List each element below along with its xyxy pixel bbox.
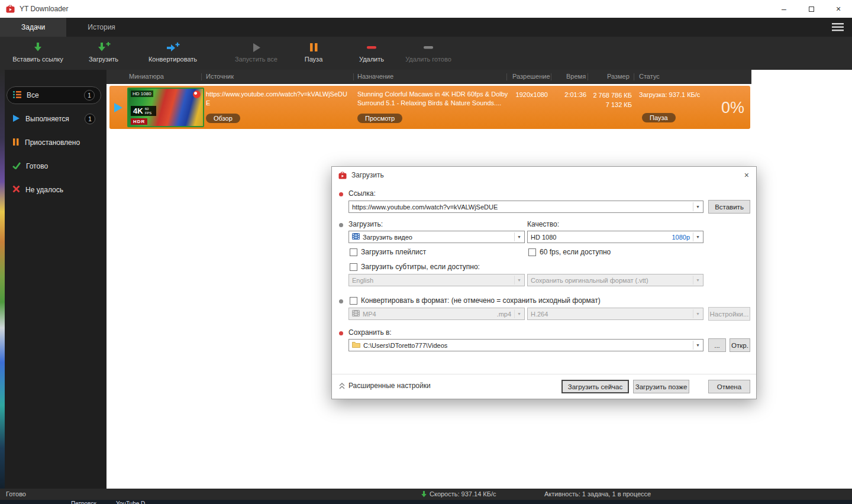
browse-source-button[interactable]: Обзор	[206, 114, 240, 123]
dialog-title: Загрузить	[351, 171, 384, 179]
download-icon	[97, 41, 111, 53]
hd-badge: HD 1080	[131, 91, 153, 97]
chevron-down-icon[interactable]: ▼	[693, 202, 700, 211]
delete-label: Удалить	[359, 56, 384, 63]
convert-label: Конвертировать	[149, 56, 197, 63]
row-pause-button[interactable]: Пауза	[642, 113, 676, 122]
advanced-settings-toggle[interactable]: Расширенные настройки	[339, 382, 431, 390]
task-row[interactable]: HD 1080 4K 60 FPS HDR https://www.youtub…	[109, 86, 750, 129]
dialog-close-button[interactable]: ×	[744, 170, 749, 180]
table-header: Миниатюра Источник Назначение Разрешение…	[106, 70, 751, 84]
format-value: MP4	[363, 311, 494, 318]
format-select[interactable]: MP4 .mp4 ▼	[348, 308, 525, 320]
pause-icon	[12, 138, 20, 148]
subtitles-checkbox[interactable]: Загрузить субтитры, если доступно:	[350, 263, 480, 271]
checkbox-box[interactable]	[350, 297, 357, 305]
tab-tasks[interactable]: Задачи	[0, 18, 66, 37]
col-resolution[interactable]: Разрешение	[512, 73, 550, 80]
col-source[interactable]: Источник	[206, 73, 234, 80]
chevron-down-icon: ▼	[514, 276, 521, 285]
sidebar: Все 1 Выполняется 1 Приостановлено Готов…	[5, 70, 106, 489]
codec-value: H.264	[531, 311, 690, 318]
browse-folder-button[interactable]: ...	[708, 338, 726, 352]
resume-icon[interactable]	[114, 102, 123, 113]
sidebar-item-running[interactable]: Выполняется 1	[7, 110, 101, 128]
sidebar-item-label: Не удалось	[25, 186, 63, 194]
quality-label: Качество:	[527, 220, 559, 228]
dialog-titlebar: Загрузить ×	[332, 167, 756, 183]
checkbox-box[interactable]	[350, 263, 357, 271]
playlist-checkbox[interactable]: Загрузить плейлист	[350, 248, 426, 256]
paste-link-icon	[32, 41, 44, 53]
fps60-checkbox[interactable]: 60 fps, если доступно	[528, 248, 611, 256]
convert-button[interactable]: Конвертировать	[142, 41, 204, 63]
col-time[interactable]: Время	[566, 73, 586, 80]
maximize-button[interactable]	[798, 0, 825, 18]
convert-settings-button[interactable]: Настройки...	[708, 307, 750, 321]
save-path-combobox[interactable]: C:\Users\DToretto777\Videos ▼	[348, 339, 703, 351]
subtitle-format-select[interactable]: Сохранить оригинальный формат (.vtt) ▼	[527, 274, 703, 286]
sidebar-item-done[interactable]: Готово	[7, 157, 101, 175]
download-now-button[interactable]: Загрузить сейчас	[561, 380, 629, 393]
double-chevron-up-icon	[339, 383, 345, 389]
delete-button[interactable]: Удалить	[353, 41, 390, 63]
paste-button[interactable]: Вставить	[708, 200, 750, 214]
col-status[interactable]: Статус	[639, 73, 660, 80]
subtitle-format-value: Сохранить оригинальный формат (.vtt)	[531, 277, 690, 284]
menu-icon[interactable]	[832, 23, 844, 31]
size-total: 2 768 786 КБ	[580, 91, 632, 101]
desktop-wallpaper-sliver	[0, 70, 5, 500]
convert-checkbox[interactable]: Конвертировать в формат: (не отмечено = …	[350, 296, 601, 305]
chevron-down-icon: ▼	[693, 309, 700, 318]
col-destination[interactable]: Назначение	[357, 73, 393, 80]
section-bullet	[339, 299, 343, 303]
chevron-down-icon[interactable]: ▼	[693, 341, 700, 350]
col-size[interactable]: Размер	[607, 73, 630, 80]
codec-select[interactable]: H.264 ▼	[527, 308, 703, 320]
preview-button[interactable]: Просмотр	[357, 114, 402, 123]
play-icon	[12, 114, 20, 124]
paste-link-button[interactable]: Вставить ссылку	[5, 41, 71, 63]
chevron-down-icon: ▼	[693, 276, 700, 285]
download-button[interactable]: Загрузить	[77, 41, 130, 63]
minimize-button[interactable]: –	[770, 0, 798, 18]
download-type-select[interactable]: Загрузить видео ▼	[348, 231, 525, 243]
checkbox-box[interactable]	[350, 248, 357, 256]
sidebar-item-paused[interactable]: Приостановлено	[7, 134, 101, 151]
video-title: Stunning Colorful Macaws in 4K HDR 60fps…	[357, 90, 510, 108]
subtitle-language-select[interactable]: English ▼	[348, 274, 525, 286]
url-combobox[interactable]: https://www.youtube.com/watch?v=kVALWjSe…	[348, 201, 703, 213]
col-thumbnail[interactable]: Миниатюра	[129, 73, 164, 80]
quality-value: HD 1080	[531, 234, 669, 241]
required-bullet	[339, 192, 343, 196]
hdr-badge: HDR	[131, 118, 147, 125]
chevron-down-icon[interactable]: ▼	[514, 232, 521, 241]
quality-select[interactable]: HD 1080 1080p ▼	[527, 231, 703, 243]
tab-bar: Задачи История	[0, 18, 852, 37]
pause-all-button[interactable]: Пауза	[295, 41, 333, 63]
tab-tasks-label: Задачи	[21, 23, 45, 31]
checkbox-box[interactable]	[528, 248, 536, 256]
sidebar-item-failed[interactable]: Не удалось	[7, 181, 101, 199]
sidebar-item-all[interactable]: Все 1	[7, 86, 101, 104]
start-all-button[interactable]: Запустить все	[227, 41, 286, 63]
download-later-button[interactable]: Загрузить позже	[633, 380, 689, 393]
tab-history-label: История	[88, 23, 115, 31]
minimize-icon: –	[782, 4, 786, 14]
pause-label: Пауза	[305, 56, 323, 63]
open-folder-button[interactable]: Откр.	[730, 338, 750, 352]
download-label: Загрузить	[89, 56, 118, 63]
download-label: Загрузить:	[348, 220, 383, 228]
fps-label: 60 FPS	[145, 107, 154, 115]
status-bar: Готово Скорость: 937.14 КБ/с Активность:…	[0, 489, 852, 500]
taskbar-app[interactable]: Петровск...	[71, 500, 101, 504]
status-ready: Готово	[6, 490, 26, 497]
cancel-button[interactable]: Отмена	[708, 380, 750, 393]
format-extension: .mp4	[497, 311, 511, 318]
chevron-down-icon[interactable]: ▼	[693, 232, 700, 241]
taskbar-app[interactable]: YouTube D...	[116, 500, 150, 504]
close-button[interactable]: ×	[825, 0, 852, 18]
tab-history[interactable]: История	[66, 18, 137, 37]
advanced-settings-label: Расширенные настройки	[348, 382, 431, 390]
delete-done-button[interactable]: Удалить готово	[401, 41, 456, 63]
